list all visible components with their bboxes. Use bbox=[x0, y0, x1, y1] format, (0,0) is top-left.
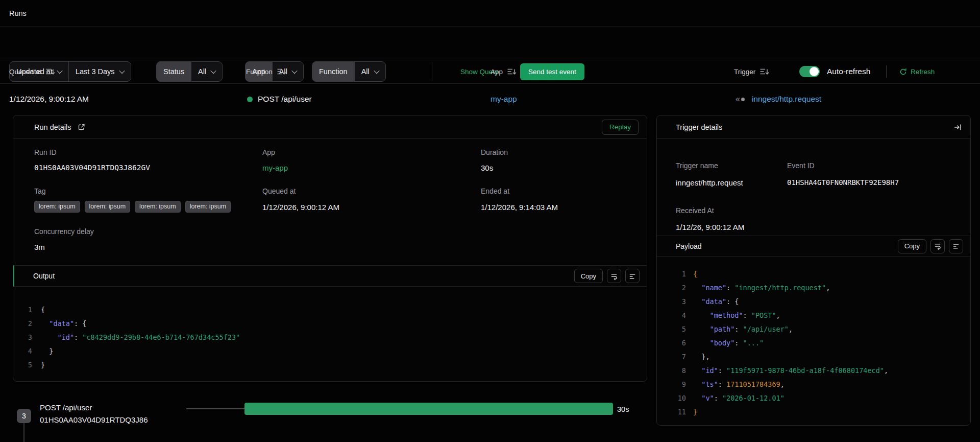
sort-icon bbox=[277, 67, 286, 76]
output-toolbar: Copy bbox=[574, 269, 640, 283]
code-line: 6 "body": "..." bbox=[657, 336, 970, 350]
trigger-details-title: Trigger details bbox=[676, 123, 722, 131]
runs-page: Runs Updated at Last 3 Days Status All bbox=[0, 0, 980, 442]
trigger-name-label: Trigger name bbox=[676, 161, 718, 170]
run-app-link[interactable]: my-app bbox=[491, 83, 517, 115]
code-line: 3 "id": "c8429dd9-29b8-44e6-b714-767d34c… bbox=[13, 330, 647, 344]
code-line: 1{ bbox=[657, 267, 970, 281]
external-link-icon[interactable] bbox=[78, 123, 85, 131]
payload-title: Payload bbox=[676, 242, 702, 250]
tag-badge: lorem: ipsum bbox=[185, 201, 231, 213]
page-title: Runs bbox=[9, 9, 27, 17]
sort-icon bbox=[507, 67, 517, 76]
payload-header: Payload Copy bbox=[657, 236, 970, 257]
run-details-title: Run details bbox=[34, 123, 71, 131]
column-header-queued-at[interactable]: Queued at bbox=[9, 60, 55, 83]
copy-button[interactable]: Copy bbox=[574, 269, 603, 283]
event-id-label: Event ID bbox=[787, 161, 815, 170]
concurrency-delay-value: 3m bbox=[34, 243, 45, 251]
ended-at-value: 1/12/2026, 9:14:03 AM bbox=[481, 203, 558, 212]
code-line: 9 "ts": 1711051784369, bbox=[657, 377, 970, 391]
queued-at-label: Queued at bbox=[262, 187, 296, 195]
app-link[interactable]: my-app bbox=[262, 164, 288, 172]
duration-value: 30s bbox=[481, 164, 493, 172]
format-lines-icon bbox=[952, 242, 960, 250]
replay-button[interactable]: Replay bbox=[602, 120, 639, 135]
queued-at-value: 1/12/2026, 9:00:12 AM bbox=[262, 203, 339, 212]
wrap-text-button[interactable] bbox=[930, 239, 945, 253]
app-label: App bbox=[262, 148, 275, 156]
received-at-value: 1/12/26, 9:00:12 AM bbox=[676, 223, 744, 231]
filter-bar: Updated at Last 3 Days Status All App Al… bbox=[0, 28, 980, 60]
format-code-button[interactable] bbox=[625, 269, 640, 283]
timeline-duration-label: 30s bbox=[617, 405, 629, 413]
duration-label: Duration bbox=[481, 148, 508, 156]
code-line: 2 "data": { bbox=[13, 316, 647, 330]
concurrency-delay-label: Concurrency delay bbox=[34, 227, 94, 236]
event-id-value: 01HSHA4GT0FN0NRBKTF92E98H7 bbox=[787, 178, 899, 187]
received-at-label: Received At bbox=[676, 206, 714, 215]
page-header: Runs bbox=[0, 0, 980, 27]
code-line: 1{ bbox=[13, 303, 647, 316]
run-function: POST /api/user bbox=[247, 83, 312, 115]
run-queued-at: 1/12/2026, 9:00:12 AM bbox=[9, 83, 89, 115]
code-line: 3 "data": { bbox=[657, 294, 970, 308]
run-details-panel: Run details Replay Run ID 01HS0AA03V04D9… bbox=[13, 115, 647, 382]
sort-icon bbox=[45, 67, 55, 76]
tag-label: Tag bbox=[34, 187, 46, 195]
timeline-function-name: POST /api/user bbox=[40, 403, 92, 412]
wrap-text-icon bbox=[610, 272, 618, 281]
format-code-button[interactable] bbox=[949, 239, 963, 253]
timeline-connector bbox=[186, 408, 244, 409]
ended-at-label: Ended at bbox=[481, 187, 509, 195]
tag-badge: lorem: ipsum bbox=[135, 201, 181, 213]
code-line: 8 "id": "119f5971-9878-46bd-a18f-4f06801… bbox=[657, 363, 970, 377]
code-line: 10 "v": "2026-01-12.01" bbox=[657, 391, 970, 405]
output-header: Output Copy bbox=[13, 265, 647, 287]
output-code: 1{2 "data": {3 "id": "c8429dd9-29b8-44e6… bbox=[13, 287, 647, 371]
payload-code: 1{2 "name": "inngest/http.request",3 "da… bbox=[657, 257, 970, 418]
tag-badge: lorem: ipsum bbox=[85, 201, 131, 213]
runs-table-header: Queued at Function App Trigger bbox=[0, 60, 980, 84]
output-title: Output bbox=[33, 272, 55, 280]
run-id-value: 01HS0AA03V04D91RTDQ3J862GV bbox=[34, 164, 150, 172]
trigger-details-header: Trigger details bbox=[657, 115, 970, 139]
run-id-label: Run ID bbox=[34, 148, 57, 156]
column-header-app[interactable]: App bbox=[491, 60, 517, 83]
column-header-function[interactable]: Function bbox=[246, 60, 286, 83]
run-trigger-link[interactable]: « inngest/http.request bbox=[736, 83, 821, 115]
trigger-name-value: inngest/http.request bbox=[676, 178, 743, 187]
column-header-trigger[interactable]: Trigger bbox=[734, 60, 769, 83]
status-dot bbox=[247, 97, 253, 102]
timeline-run-id: 01HS0AA03V04D91RTDQ3J86 bbox=[40, 415, 148, 424]
collapse-panel-icon[interactable] bbox=[953, 123, 962, 131]
sort-icon bbox=[760, 67, 769, 76]
tag-badges: lorem: ipsumlorem: ipsumlorem: ipsumlore… bbox=[34, 201, 231, 213]
wrap-text-button[interactable] bbox=[607, 269, 621, 283]
code-line: 5} bbox=[13, 358, 647, 371]
tag-badge: lorem: ipsum bbox=[34, 201, 80, 213]
code-line: 11} bbox=[657, 405, 970, 418]
trigger-details-panel: Trigger details Trigger name inngest/htt… bbox=[656, 115, 971, 426]
timeline-duration-bar[interactable] bbox=[244, 403, 613, 415]
code-line: 7 }, bbox=[657, 350, 970, 363]
format-lines-icon bbox=[628, 272, 636, 281]
run-details-header: Run details Replay bbox=[13, 115, 647, 139]
code-line: 2 "name": "inngest/http.request", bbox=[657, 281, 970, 294]
timeline-connector-line bbox=[23, 423, 24, 442]
code-line: 4 } bbox=[13, 344, 647, 358]
run-row[interactable]: 1/12/2026, 9:00:12 AM POST /api/user my-… bbox=[0, 83, 980, 115]
webhook-icon: « bbox=[736, 95, 745, 104]
step-count-badge[interactable]: 3 bbox=[17, 409, 31, 423]
output-section: Output Copy 1{2 " bbox=[13, 265, 647, 381]
copy-button[interactable]: Copy bbox=[898, 239, 926, 253]
payload-toolbar: Copy bbox=[898, 239, 963, 253]
payload-section: Payload Copy 1{2 bbox=[657, 236, 970, 425]
wrap-text-icon bbox=[934, 242, 942, 250]
code-line: 4 "method": "POST", bbox=[657, 308, 970, 322]
code-line: 5 "path": "/api/user", bbox=[657, 322, 970, 336]
